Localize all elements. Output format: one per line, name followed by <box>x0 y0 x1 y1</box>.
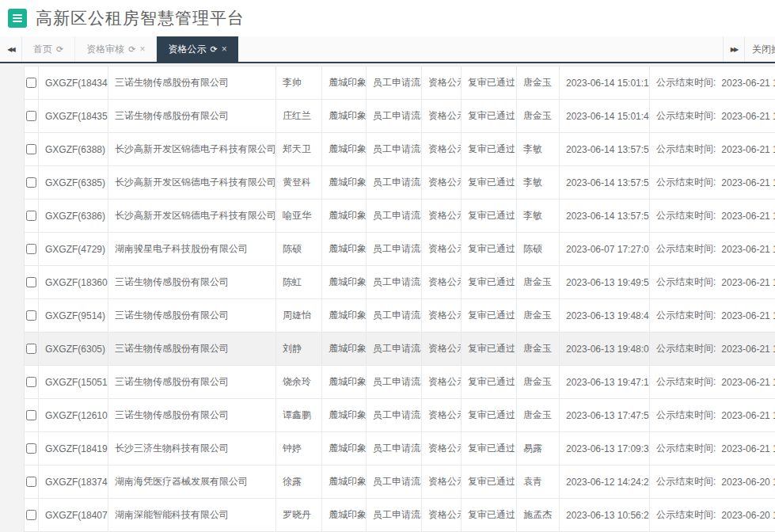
row-checkbox[interactable] <box>26 78 36 88</box>
stage-cell: 资格公示 <box>422 66 462 99</box>
row-checkbox[interactable] <box>26 144 36 154</box>
publicity-end-label: 公示结束时间: <box>656 375 716 389</box>
row-checkbox[interactable] <box>26 111 36 121</box>
row-checkbox-cell <box>25 366 39 398</box>
application-id-cell: GXGZF(18435) <box>39 100 108 132</box>
publicity-end-cell: 公示结束时间:2023-06-21 10:10:37 <box>650 432 775 465</box>
table-row[interactable]: GXGZF(6385)长沙高新开发区锦德电子科技有限公司黄登科麓城印象员工申请流… <box>25 166 775 200</box>
close-operations-button[interactable]: 关闭操作 <box>745 36 775 62</box>
table-row[interactable]: GXGZF(18419)长沙三济生物科技有限公司钟婷麓城印象员工申请流程资格公示… <box>25 432 775 466</box>
review-status-cell: 复审已通过 <box>462 299 517 332</box>
process-type-cell: 员工申请流程 <box>367 133 422 165</box>
row-checkbox-cell <box>25 233 39 265</box>
project-name-cell: 麓城印象 <box>322 432 367 465</box>
reviewer-name-cell: 唐金玉 <box>517 100 560 132</box>
table-row[interactable]: GXGZF(18374)湖南海凭医疗器械发展有限公司徐露麓城印象员工申请流程资格… <box>25 466 775 499</box>
table-row[interactable]: GXGZF(18407)湖南深能智能科技有限公司罗晓丹麓城印象员工申请流程资格公… <box>25 499 775 532</box>
row-checkbox-cell <box>25 332 39 365</box>
review-time-cell: 2023-06-13 10:56:23 <box>560 499 650 531</box>
row-checkbox-cell <box>25 499 39 531</box>
tab-label: 资格公示 <box>168 43 206 56</box>
tab-qualification-review[interactable]: 资格审核⟳× <box>75 36 157 62</box>
process-type-cell: 员工申请流程 <box>367 332 422 365</box>
application-id-cell: GXGZF(18434) <box>39 66 108 99</box>
page-title: 高新区公租房智慧管理平台 <box>36 7 245 29</box>
close-tab-icon[interactable]: × <box>222 44 227 54</box>
row-checkbox[interactable] <box>26 177 36 188</box>
row-checkbox[interactable] <box>26 377 36 387</box>
refresh-tab-icon[interactable]: ⟳ <box>128 45 135 54</box>
row-checkbox[interactable] <box>26 443 36 454</box>
reviewer-name-cell: 李敏 <box>517 200 560 232</box>
row-checkbox[interactable] <box>26 510 36 520</box>
review-status-cell: 复审已通过 <box>462 266 517 298</box>
stage-cell: 资格公示 <box>422 299 462 332</box>
reviewer-name-cell: 唐金玉 <box>517 366 560 398</box>
stage-cell: 资格公示 <box>422 399 462 431</box>
table-row[interactable]: GXGZF(18360)三诺生物传感股份有限公司陈虹麓城印象员工申请流程资格公示… <box>25 266 775 299</box>
tabs-scroll-right-button[interactable]: ▶▶ <box>723 36 745 62</box>
table-row[interactable]: GXGZF(18434)三诺生物传感股份有限公司李帅麓城印象员工申请流程资格公示… <box>25 66 775 100</box>
publicity-end-cell: 公示结束时间:2023-06-20 16:48:20 <box>650 466 775 498</box>
company-name-cell: 湖南海凭医疗器械发展有限公司 <box>108 466 276 498</box>
review-status-cell: 复审已通过 <box>462 332 517 365</box>
row-checkbox[interactable] <box>26 211 36 221</box>
review-status-cell: 复审已通过 <box>462 133 517 165</box>
row-checkbox[interactable] <box>26 244 36 254</box>
reviewer-name-cell: 易露 <box>517 432 560 465</box>
publicity-end-cell: 公示结束时间:2023-06-21 14:05:36 <box>650 200 775 232</box>
publicity-end-time: 2023-06-20 16:48:20 <box>721 477 775 488</box>
tab-home[interactable]: 首页⟳ <box>22 36 75 62</box>
row-checkbox-cell <box>25 399 39 431</box>
reviewer-name-cell: 唐金玉 <box>517 266 560 298</box>
close-tab-icon[interactable]: × <box>139 44 145 54</box>
stage-cell: 资格公示 <box>422 100 462 132</box>
review-status-cell: 复审已通过 <box>462 166 517 199</box>
process-type-cell: 员工申请流程 <box>367 399 422 431</box>
refresh-tab-icon[interactable]: ⟳ <box>56 45 63 54</box>
applicant-name-cell: 郑天卫 <box>276 133 322 165</box>
project-name-cell: 麓城印象 <box>322 200 367 232</box>
company-name-cell: 三诺生物传感股份有限公司 <box>108 299 276 332</box>
applicant-name-cell: 罗晓丹 <box>276 499 322 531</box>
tabbar-spacer <box>238 36 723 62</box>
table-row[interactable]: GXGZF(6386)长沙高新开发区锦德电子科技有限公司喻亚华麓城印象员工申请流… <box>25 200 775 233</box>
tabs-scroll-left-button[interactable]: ◀◀ <box>0 36 22 62</box>
row-checkbox[interactable] <box>26 277 36 287</box>
applicant-name-cell: 谭鑫鹏 <box>276 399 322 431</box>
project-name-cell: 麓城印象 <box>322 466 367 498</box>
publicity-end-cell: 公示结束时间:2023-06-21 10:30:42 <box>650 332 775 365</box>
process-type-cell: 员工申请流程 <box>367 432 422 465</box>
review-status-cell: 复审已通过 <box>462 66 517 99</box>
review-status-cell: 复审已通过 <box>462 466 517 498</box>
application-id-cell: GXGZF(12610) <box>39 399 108 431</box>
company-name-cell: 三诺生物传感股份有限公司 <box>108 100 276 132</box>
publicity-end-label: 公示结束时间: <box>656 209 716 222</box>
project-name-cell: 麓城印象 <box>322 399 367 431</box>
row-checkbox-cell <box>25 133 39 165</box>
row-checkbox[interactable] <box>26 410 36 420</box>
table-row[interactable]: GXGZF(6388)长沙高新开发区锦德电子科技有限公司郑天卫麓城印象员工申请流… <box>25 133 775 166</box>
table-row[interactable]: GXGZF(12610)三诺生物传感股份有限公司谭鑫鹏麓城印象员工申请流程资格公… <box>25 399 775 432</box>
publicity-end-label: 公示结束时间: <box>656 109 716 123</box>
row-checkbox[interactable] <box>26 344 36 354</box>
refresh-tab-icon[interactable]: ⟳ <box>210 45 217 54</box>
review-time-cell: 2023-06-14 13:57:57 <box>560 166 650 199</box>
row-checkbox[interactable] <box>26 477 36 487</box>
publicity-end-label: 公示结束时间: <box>656 342 716 355</box>
table-row[interactable]: GXGZF(6305)三诺生物传感股份有限公司刘静麓城印象员工申请流程资格公示复… <box>25 332 775 366</box>
row-checkbox[interactable] <box>26 310 36 321</box>
menu-toggle-button[interactable] <box>8 9 27 28</box>
company-name-cell: 湖南深能智能科技有限公司 <box>108 499 276 531</box>
publicity-end-time: 2023-06-20 13:11:55 <box>721 510 775 521</box>
review-time-cell: 2023-06-14 13:57:57 <box>560 133 650 165</box>
tab-qualification-publicity[interactable]: 资格公示⟳× <box>157 36 237 62</box>
applicant-name-cell: 钟婷 <box>276 432 322 465</box>
table-row[interactable]: GXGZF(4729)湖南骏星电子科技股份有限公司陈硕麓城印象员工申请流程资格公… <box>25 233 775 266</box>
table-row[interactable]: GXGZF(15051)三诺生物传感股份有限公司饶余玲麓城印象员工申请流程资格公… <box>25 366 775 399</box>
application-id-cell: GXGZF(6305) <box>39 332 108 365</box>
publicity-end-time: 2023-06-21 15:29:22 <box>721 78 775 89</box>
table-row[interactable]: GXGZF(9514)三诺生物传感股份有限公司周婕怡麓城印象员工申请流程资格公示… <box>25 299 775 332</box>
table-row[interactable]: GXGZF(18435)三诺生物传感股份有限公司庄红兰麓城印象员工申请流程资格公… <box>25 100 775 133</box>
publicity-end-cell: 公示结束时间:2023-06-21 14:12:18 <box>650 133 775 165</box>
